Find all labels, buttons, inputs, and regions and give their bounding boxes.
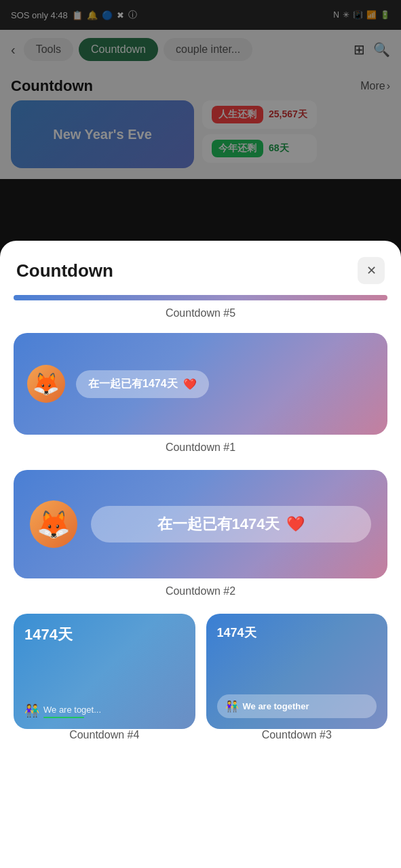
- countdown-5-label: Countdown #5: [14, 307, 387, 319]
- countdown-modal: Countdown ✕ Countdown #5 🦊 在一起已有1474天 ❤️…: [0, 241, 401, 868]
- widget-2-heart: ❤️: [286, 515, 305, 533]
- countdown-3-wrapper: 1474天 👫 We are together Countdown #3: [206, 614, 388, 757]
- countdown-4-text: We are toget...: [43, 705, 101, 715]
- avatar-1-emoji: 🦊: [33, 371, 60, 397]
- modal-header: Countdown ✕: [0, 241, 401, 295]
- countdown-4-widget[interactable]: 1474天 👫 We are toget...: [14, 614, 195, 729]
- widget-1-heart: ❤️: [183, 378, 197, 391]
- avatar-1: 🦊: [27, 365, 65, 403]
- countdown-1-label: Countdown #1: [14, 441, 387, 454]
- countdown-4-days: 1474天: [24, 625, 185, 645]
- widget-1-pill: 在一起已有1474天 ❤️: [76, 370, 209, 398]
- countdown-4-together-row: 👫 We are toget...: [24, 703, 185, 718]
- countdown-2-card: 🦊 在一起已有1474天 ❤️: [14, 470, 387, 578]
- countdown-3-emoji: 👫: [225, 700, 239, 713]
- widget-2-pill: 在一起已有1474天 ❤️: [91, 506, 371, 542]
- countdown-1-card: 🦊 在一起已有1474天 ❤️: [14, 333, 387, 435]
- widget-1-text: 在一起已有1474天: [88, 377, 178, 391]
- small-cards-row: 1474天 👫 We are toget... Countdown #4 147…: [14, 614, 387, 757]
- modal-title: Countdown: [16, 260, 113, 281]
- widget-2-text: 在一起已有1474天: [157, 514, 280, 534]
- countdown-4-wrapper: 1474天 👫 We are toget... Countdown #4: [14, 614, 195, 757]
- countdown-4-label: Countdown #4: [14, 729, 195, 741]
- countdown-3-label: Countdown #3: [206, 729, 388, 741]
- countdown-3-widget[interactable]: 1474天 👫 We are together: [206, 614, 388, 729]
- close-button[interactable]: ✕: [358, 257, 385, 284]
- avatar-2: 🦊: [30, 500, 77, 548]
- close-icon: ✕: [366, 263, 377, 278]
- countdown-4-emoji: 👫: [24, 703, 39, 718]
- countdown-4-underline: [43, 717, 84, 718]
- countdown-1-widget[interactable]: 🦊 在一起已有1474天 ❤️: [14, 333, 387, 435]
- countdown-3-text: We are together: [243, 701, 309, 711]
- countdown-3-days: 1474天: [217, 625, 377, 641]
- countdown-2-label: Countdown #2: [14, 585, 387, 597]
- countdown-5-bar: [14, 295, 387, 300]
- countdown-3-pill: 👫 We are together: [217, 694, 377, 718]
- countdown-2-widget[interactable]: 🦊 在一起已有1474天 ❤️: [14, 470, 387, 578]
- modal-body[interactable]: Countdown #5 🦊 在一起已有1474天 ❤️ Countdown #…: [0, 295, 401, 868]
- avatar-2-emoji: 🦊: [37, 509, 71, 540]
